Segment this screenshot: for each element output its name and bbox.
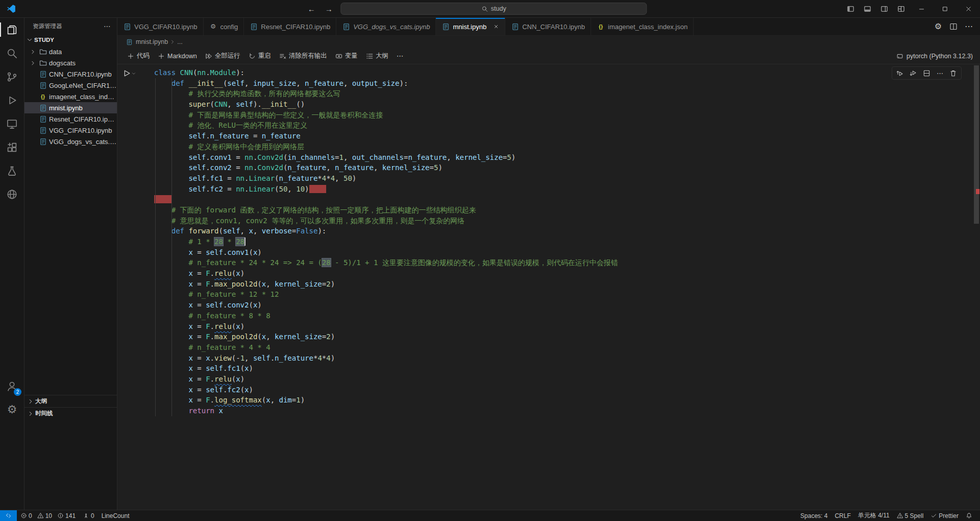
code-area[interactable]: class CNN(nn.Module): def __init__(self,… <box>154 67 968 416</box>
code-line[interactable]: # n_feature * 12 * 12 <box>154 289 968 300</box>
code-line[interactable]: # 执行父类的构造函数，所有的网络都要这么写 <box>154 88 968 99</box>
sidebar-item-VGG_CIFAR10.ipynb[interactable]: VGG_CIFAR10.ipynb <box>24 125 117 136</box>
code-line[interactable]: x = F.max_pool2d(x, kernel_size=2) <box>154 331 968 342</box>
back-icon[interactable]: ← <box>306 5 317 13</box>
sidebar-item-data[interactable]: data <box>24 46 117 57</box>
toolbar-大纲-button[interactable]: 大纲 <box>362 50 392 62</box>
cell-editor[interactable]: class CNN(nn.Module): def __init__(self,… <box>154 67 968 416</box>
activity-item-search[interactable] <box>0 41 24 65</box>
customize-layout-icon[interactable] <box>893 0 910 17</box>
sidebar-more-actions-icon[interactable]: ⋯ <box>104 22 111 30</box>
tab-CNN_CIFAR10.ipynb[interactable]: CNN_CIFAR10.ipynb <box>505 18 591 35</box>
layout-panel-icon[interactable] <box>859 0 876 17</box>
kernel-picker[interactable]: pytorch (Python 3.12.3) <box>896 53 973 60</box>
activity-item-globe[interactable] <box>0 182 24 206</box>
activity-item-remote-explorer[interactable] <box>0 112 24 135</box>
activity-item-run-debug[interactable] <box>0 88 24 112</box>
sidebar-item-imagenet_class_index...[interactable]: {}imagenet_class_index... <box>24 91 117 102</box>
code-line[interactable]: super(CNN, self).__init__() <box>154 99 968 110</box>
activity-item-accounts[interactable]: 2 <box>0 374 24 398</box>
toolbar-Markdown-button[interactable]: Markdown <box>154 51 201 61</box>
sidebar-item-VGG_dogs_vs_cats.ipy...[interactable]: VGG_dogs_vs_cats.ipy... <box>24 136 117 147</box>
tab-config[interactable]: ⚙config <box>204 18 244 35</box>
code-line[interactable]: x = F.relu(x) <box>154 268 968 279</box>
toolbar-清除所有输出-button[interactable]: 清除所有输出 <box>276 50 331 62</box>
code-line[interactable]: x = x.view(-1, self.n_feature*4*4) <box>154 353 968 364</box>
sidebar-section-study[interactable]: STUDY <box>24 34 117 45</box>
sidebar-section-时间线[interactable]: 时间线 <box>24 407 117 419</box>
breadcrumb-item[interactable]: ... <box>177 38 182 45</box>
tab-VGG_dogs_vs_cats.ipynb[interactable]: VGG_dogs_vs_cats.ipynb <box>336 18 436 35</box>
status-eol[interactable]: CRLF <box>831 510 854 521</box>
tab-Resnet_CIFAR10.ipynb[interactable]: Resnet_CIFAR10.ipynb <box>244 18 336 35</box>
status-notifications[interactable] <box>962 510 976 521</box>
sidebar-item-mnist.ipynb[interactable]: mnist.ipynb <box>24 102 117 113</box>
layout-sidebar-right-icon[interactable] <box>876 0 893 17</box>
forward-icon[interactable]: → <box>323 5 334 13</box>
search-box[interactable]: study <box>340 3 647 15</box>
code-line[interactable]: # 下面是网络里典型结构的一些定义，一般就是卷积和全连接 <box>154 110 968 121</box>
code-line[interactable]: # n_feature * 8 * 8 <box>154 311 968 321</box>
status-ports[interactable]: 0 <box>79 510 98 521</box>
code-line[interactable]: x = self.conv2(x) <box>154 300 968 311</box>
code-line[interactable]: # n_feature * 24 * 24 => 24 = (28 - 5)/1… <box>154 257 968 268</box>
status-remote-indicator[interactable] <box>0 510 17 521</box>
status-cell-indicator[interactable]: 单元格 4/11 <box>854 510 893 521</box>
activity-item-extensions[interactable] <box>0 135 24 159</box>
tab-imagenet_class_index.json[interactable]: {}imagenet_class_index.json <box>591 18 694 35</box>
status-line-count[interactable]: LineCount <box>98 510 133 521</box>
toolbar-重启-button[interactable]: 重启 <box>245 50 275 62</box>
code-line[interactable]: x = self.conv1(x) <box>154 247 968 258</box>
code-line[interactable] <box>154 194 968 205</box>
sidebar-section-大纲[interactable]: 大纲 <box>24 395 117 407</box>
toolbar-全部运行-button[interactable]: 全部运行 <box>202 50 244 62</box>
code-line[interactable]: # 1 * 28 * 28 <box>154 236 968 247</box>
sidebar-item-dogscats[interactable]: dogscats <box>24 57 117 68</box>
scrollbar-thumb[interactable] <box>974 65 979 224</box>
gear-icon[interactable]: ⚙ <box>931 20 945 33</box>
tab-VGG_CIFAR10.ipynb[interactable]: VGG_CIFAR10.ipynb <box>117 18 204 35</box>
code-line[interactable]: def __init__(self, input_size, n_feature… <box>154 78 968 89</box>
code-line[interactable]: x = F.max_pool2d(x, kernel_size=2) <box>154 279 968 290</box>
toolbar-变量-button[interactable]: 变量 <box>332 50 361 62</box>
status-problems[interactable]: 010141 <box>17 510 79 521</box>
notebook-scrollbar[interactable] <box>973 64 980 510</box>
code-line[interactable]: # 定义卷积网络中会使用到的网络层 <box>154 141 968 152</box>
maximize-button[interactable] <box>933 0 957 17</box>
code-line[interactable]: self.conv2 = nn.Conv2d(n_feature, n_feat… <box>154 162 968 173</box>
activity-item-source-control[interactable] <box>0 65 24 88</box>
sidebar-item-Resnet_CIFAR10.ipynb[interactable]: Resnet_CIFAR10.ipynb <box>24 113 117 125</box>
toolbar-代码-button[interactable]: 代码 <box>124 50 153 62</box>
toolbar-ellipsis-button[interactable]: ⋯ <box>393 51 407 61</box>
sidebar-item-GoogLeNet_CIFAR10.i...[interactable]: GoogLeNet_CIFAR10.i... <box>24 80 117 91</box>
status-spell-checker[interactable]: 5 Spell <box>893 510 927 521</box>
code-line[interactable]: # 意思就是，conv1, conv2 等等的，可以多次重用，如果多次重用，则是… <box>154 216 968 226</box>
code-line[interactable]: x = self.fc1(x) <box>154 363 968 374</box>
ellipsis-icon[interactable]: ⋯ <box>962 20 976 33</box>
breadcrumb-item[interactable]: mnist.ipynb <box>125 38 168 45</box>
code-line[interactable]: # 池化、ReLU一类的不用在这里定义 <box>154 120 968 131</box>
code-line[interactable]: class CNN(nn.Module): <box>154 67 968 78</box>
code-line[interactable]: x = F.log_softmax(x, dim=1) <box>154 395 968 406</box>
run-cell-button[interactable] <box>122 69 136 78</box>
status-prettier[interactable]: Prettier <box>927 510 962 521</box>
split-editor-icon[interactable] <box>946 20 961 33</box>
close-button[interactable] <box>957 0 980 17</box>
minimize-button[interactable] <box>910 0 933 17</box>
sidebar-item-CNN_CIFAR10.ipynb[interactable]: CNN_CIFAR10.ipynb <box>24 68 117 80</box>
code-line[interactable]: x = self.fc2(x) <box>154 385 968 395</box>
code-line[interactable]: self.fc2 = nn.Linear(50, 10) <box>154 184 968 195</box>
run-dropdown-icon[interactable] <box>131 71 136 76</box>
code-line[interactable]: self.conv1 = nn.Conv2d(in_channels=1, ou… <box>154 152 968 163</box>
activity-item-testing[interactable] <box>0 159 24 182</box>
layout-sidebar-left-icon[interactable] <box>842 0 859 17</box>
code-line[interactable]: # 下面的 forward 函数，定义了网络的结构，按照一定顺序，把上面构建的一… <box>154 205 968 216</box>
close-icon[interactable] <box>493 23 499 30</box>
code-line[interactable]: x = F.relu(x) <box>154 321 968 332</box>
code-line[interactable]: def forward(self, x, verbose=False): <box>154 226 968 236</box>
code-line[interactable]: return x <box>154 406 968 416</box>
status-indentation[interactable]: Spaces: 4 <box>797 510 831 521</box>
code-line[interactable]: self.n_feature = n_feature <box>154 131 968 141</box>
tab-mnist.ipynb[interactable]: mnist.ipynb <box>436 18 505 35</box>
code-line[interactable]: x = F.relu(x) <box>154 374 968 385</box>
